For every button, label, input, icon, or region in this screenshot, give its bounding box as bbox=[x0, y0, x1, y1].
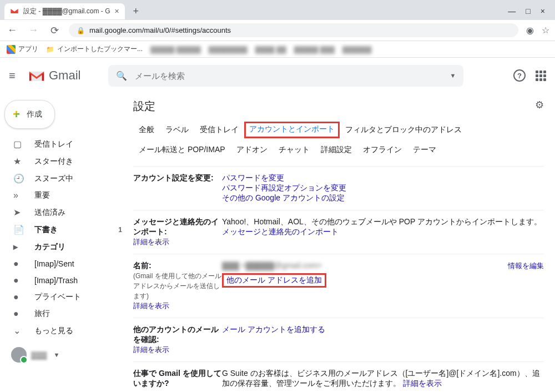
avatar-label: ▓▓▓ bbox=[31, 351, 47, 359]
settings-tab[interactable]: 全般 bbox=[133, 122, 160, 138]
settings-tab[interactable]: アドオン bbox=[231, 142, 273, 158]
email-address: ▓▓▓ <▓▓▓▓▓@gmail.com> bbox=[222, 261, 322, 270]
section-other-accounts: 他のアカウントのメールを確認: 詳細を表示 メール アカウントを追加する bbox=[133, 318, 544, 361]
detail-link[interactable]: 詳細を表示 bbox=[133, 238, 169, 246]
bookmark-item[interactable]: ▓▓▓▓ ▓▓ bbox=[255, 46, 286, 53]
sidebar-item-label: カテゴリ bbox=[34, 242, 65, 252]
link-add-account[interactable]: メール アカウントを追加する bbox=[222, 325, 325, 334]
tab-title: 設定 - ▓▓▓▓@gmail.com - G bbox=[23, 7, 110, 16]
url-field[interactable]: 🔒 mail.google.com/mail/u/0/#settings/acc… bbox=[69, 23, 518, 37]
sidebar-item-label: プライベート bbox=[34, 292, 81, 302]
gmail-favicon bbox=[10, 7, 19, 16]
search-input[interactable] bbox=[135, 71, 442, 81]
sidebar-item-more[interactable]: ⌄もっと見る bbox=[0, 322, 129, 339]
tab-close-icon[interactable]: × bbox=[115, 7, 119, 16]
new-tab-button[interactable]: + bbox=[128, 3, 144, 19]
sidebar-item-important[interactable]: »重要 bbox=[0, 187, 129, 204]
link-import[interactable]: メッセージと連絡先のインポート bbox=[222, 227, 339, 236]
reload-button[interactable]: ⟳ bbox=[48, 24, 61, 37]
sidebar-item-sent[interactable]: ➤送信済み bbox=[0, 204, 129, 221]
bookmark-item[interactable]: ▓▓▓▓▓▓▓▓ bbox=[209, 46, 248, 53]
clock-icon: 🕘 bbox=[13, 173, 24, 184]
section-label: メッセージと連絡先のインポート: bbox=[133, 217, 219, 236]
link-work-detail[interactable]: 詳細を表示 bbox=[403, 379, 442, 388]
settings-tab[interactable]: テーマ bbox=[407, 142, 442, 158]
settings-tab[interactable]: 受信トレイ bbox=[194, 122, 244, 138]
sidebar-item-label: 受信トレイ bbox=[34, 139, 73, 149]
gmail-logo-icon bbox=[28, 69, 46, 82]
sidebar-item-count: 1 bbox=[118, 226, 122, 234]
sidebar-item-label[interactable]: ●旅行 bbox=[0, 305, 129, 322]
sidebar-item-draft[interactable]: 📄下書き1 bbox=[0, 221, 129, 238]
gear-icon[interactable]: ⚙ bbox=[535, 99, 544, 111]
back-button[interactable]: ← bbox=[6, 24, 19, 36]
sidebar-item-label: 重要 bbox=[34, 190, 50, 200]
link-other-google[interactable]: その他の Google アカウントの設定 bbox=[222, 193, 345, 202]
window-controls: — □ × bbox=[508, 7, 551, 16]
settings-content: ⚙ 設定 全般ラベル受信トレイアカウントとインポートフィルタとブロック中のアドレ… bbox=[133, 93, 555, 391]
compose-label: 作成 bbox=[27, 109, 42, 119]
link-add-address[interactable]: 他のメール アドレスを追加 bbox=[226, 275, 322, 284]
sidebar-item-label: スター付き bbox=[34, 157, 73, 167]
sidebar-item-label: 旅行 bbox=[34, 309, 50, 319]
bookmark-item[interactable]: ▓▓▓▓▓ ▓▓▓▓▓ bbox=[150, 46, 201, 53]
bookmark-item[interactable]: ▓▓▓▓▓ ▓▓▓ bbox=[294, 46, 335, 53]
section-name: 名前: (Gmail を使用して他のメール アドレスからメールを送信します) 詳… bbox=[133, 254, 544, 318]
settings-tab[interactable]: フィルタとブロック中のアドレス bbox=[340, 122, 467, 138]
settings-tab[interactable]: メール転送と POP/IMAP bbox=[133, 142, 231, 158]
compose-button[interactable]: + 作成 bbox=[4, 100, 55, 129]
menu-icon[interactable]: ≡ bbox=[9, 69, 22, 82]
detail-link[interactable]: 詳細を表示 bbox=[133, 301, 169, 310]
settings-tab[interactable]: チャット bbox=[273, 142, 315, 158]
help-icon[interactable]: ? bbox=[513, 69, 526, 82]
star-icon: ★ bbox=[13, 156, 24, 167]
chevron-down-icon: ▼ bbox=[53, 351, 59, 358]
settings-tab[interactable]: ラベル bbox=[160, 122, 194, 138]
avatar bbox=[11, 347, 27, 363]
maximize-icon[interactable]: □ bbox=[526, 7, 530, 16]
more-icon: ⌄ bbox=[13, 325, 24, 336]
hangouts-row[interactable]: ▓▓▓ ▼ bbox=[0, 339, 129, 363]
sidebar-item-label[interactable]: ●[Imap]/Sent bbox=[0, 255, 129, 272]
link-edit-info[interactable]: 情報を編集 bbox=[508, 261, 544, 271]
section-import: メッセージと連絡先のインポート: 詳細を表示 Yahoo!、Hotmail、AO… bbox=[133, 210, 544, 254]
section-work: 仕事で Gmail を使用していますか? G Suite のお客様は、ビジネス用… bbox=[133, 361, 544, 391]
sidebar-item-label[interactable]: ●[Imap]/Trash bbox=[0, 272, 129, 289]
sidebar-item-label: 下書き bbox=[34, 225, 58, 235]
forward-button[interactable]: → bbox=[27, 24, 40, 36]
sidebar-item-label: 送信済み bbox=[34, 208, 65, 218]
bookmark-item[interactable]: ▓▓▓▓▓▓ bbox=[342, 46, 372, 53]
eye-icon[interactable]: ◉ bbox=[526, 25, 534, 36]
sidebar-item-label[interactable]: ●プライベート bbox=[0, 289, 129, 305]
section-account: アカウント設定を変更: パスワードを変更 パスワード再設定オプションを変更 その… bbox=[133, 166, 544, 210]
minimize-icon[interactable]: — bbox=[508, 7, 516, 16]
search-box[interactable]: 🔍 ▼ bbox=[108, 65, 463, 87]
gmail-logo[interactable]: Gmail bbox=[28, 68, 80, 83]
settings-tabs: 全般ラベル受信トレイアカウントとインポートフィルタとブロック中のアドレス bbox=[133, 122, 544, 138]
gmail-header: ≡ Gmail 🔍 ▼ ? bbox=[0, 58, 555, 93]
bookmark-folder[interactable]: 📁インポートしたブックマー... bbox=[46, 44, 143, 54]
inbox-icon: ▢ bbox=[13, 139, 24, 149]
settings-tab[interactable]: アカウントとインポート bbox=[244, 122, 340, 138]
close-window-icon[interactable]: × bbox=[541, 7, 545, 16]
category-icon: ▸ bbox=[13, 242, 24, 252]
sidebar-item-star[interactable]: ★スター付き bbox=[0, 153, 129, 170]
star-icon[interactable]: ☆ bbox=[542, 25, 549, 36]
sidebar-item-category[interactable]: ▸カテゴリ bbox=[0, 238, 129, 255]
folder-icon: 📁 bbox=[46, 46, 54, 53]
apps-bookmark[interactable]: アプリ bbox=[7, 44, 38, 54]
search-options-icon[interactable]: ▼ bbox=[450, 72, 456, 79]
browser-tab[interactable]: 設定 - ▓▓▓▓@gmail.com - G × bbox=[4, 3, 125, 19]
link-recovery-options[interactable]: パスワード再設定オプションを変更 bbox=[222, 183, 346, 192]
sidebar-item-inbox[interactable]: ▢受信トレイ bbox=[0, 135, 129, 153]
settings-title: 設定 bbox=[133, 99, 544, 114]
section-sublabel: (Gmail を使用して他のメール アドレスからメールを送信します) bbox=[133, 272, 221, 300]
settings-tab[interactable]: オフライン bbox=[357, 142, 407, 158]
settings-tab[interactable]: 詳細設定 bbox=[315, 142, 357, 158]
detail-link[interactable]: 詳細を表示 bbox=[133, 345, 169, 354]
sidebar-item-clock[interactable]: 🕘スヌーズ中 bbox=[0, 170, 129, 187]
label-icon: ● bbox=[13, 309, 24, 319]
link-change-password[interactable]: パスワードを変更 bbox=[222, 173, 284, 182]
sidebar: + 作成 ▢受信トレイ★スター付き🕘スヌーズ中»重要➤送信済み📄下書き1▸カテゴ… bbox=[0, 93, 133, 391]
apps-grid-icon[interactable] bbox=[536, 71, 546, 81]
